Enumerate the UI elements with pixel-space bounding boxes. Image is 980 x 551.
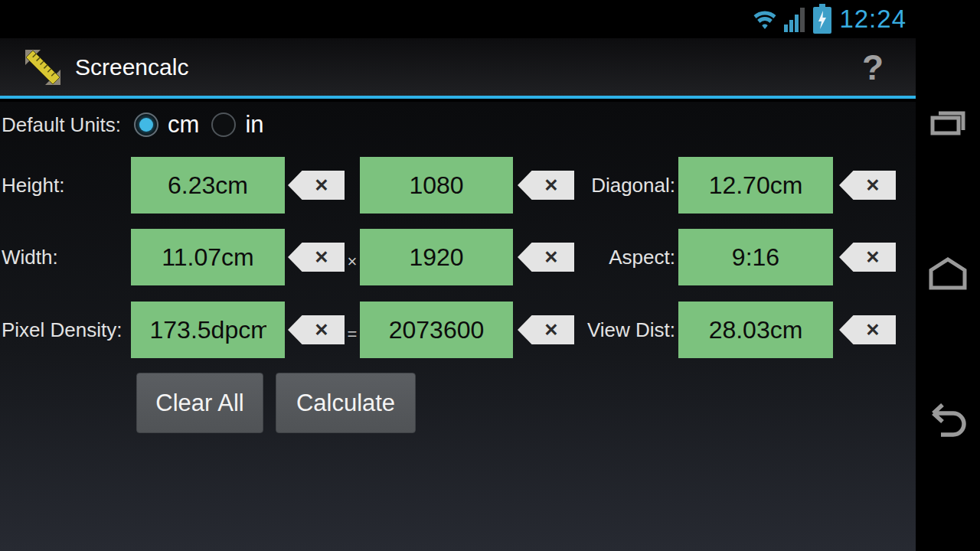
wifi-icon [753, 9, 776, 29]
multiply-operator: × [345, 233, 360, 290]
clear-all-button[interactable]: Clear All [136, 373, 263, 433]
height-row: Height: 6.23cm ✕ 1080 ✕ Diagonal: 12.70c… [0, 157, 916, 214]
nav-back-button[interactable] [916, 388, 980, 457]
clear-width-value-button[interactable]: ✕ [288, 243, 345, 272]
clear-view-distance-button[interactable]: ✕ [839, 315, 896, 344]
pixel-density-label: Pixel Density: [2, 302, 122, 358]
signal-strength-icon [784, 5, 805, 33]
status-icons: 12:24 [753, 0, 906, 38]
backspace-x-icon: ✕ [314, 321, 328, 339]
height-pixels-input[interactable]: 1080 [360, 157, 513, 214]
action-bar: Screencalc ? [0, 38, 916, 99]
aspect-input[interactable]: 9:16 [678, 229, 833, 285]
total-pixels-input[interactable]: 2073600 [360, 302, 513, 358]
radio-cm[interactable] [134, 112, 158, 137]
nav-home-button[interactable] [916, 239, 980, 308]
radio-in[interactable] [211, 112, 236, 137]
nav-recents-button[interactable] [916, 88, 980, 157]
backspace-x-icon: ✕ [314, 177, 328, 194]
home-icon [926, 256, 969, 291]
backspace-x-icon: ✕ [314, 249, 328, 266]
height-label: Height: [2, 157, 64, 214]
battery-charging-icon [813, 4, 831, 34]
calculate-button[interactable]: Calculate [276, 373, 416, 433]
backspace-x-icon: ✕ [865, 249, 880, 266]
backspace-x-icon: ✕ [865, 177, 880, 194]
pixel-density-row: Pixel Density: 173.5dpcm ✕ = 2073600 ✕ V… [0, 302, 916, 358]
clear-pixel-density-button[interactable]: ✕ [288, 315, 345, 344]
height-value-input[interactable]: 6.23cm [131, 157, 285, 214]
clock: 12:24 [839, 5, 906, 34]
aspect-label: Aspect: [528, 229, 675, 285]
radio-in-label: in [245, 111, 263, 139]
screen: 12:24 Screencalc ? Default Units: cm in [0, 0, 980, 551]
default-units-label: Default Units: [2, 113, 121, 137]
page-title: Screencalc [75, 54, 188, 80]
equals-operator: = [345, 306, 360, 363]
recents-icon [926, 106, 969, 139]
width-row: Width: 11.07cm ✕ × 1920 ✕ Aspect: 9:16 ✕ [0, 229, 916, 285]
diagonal-label: Diagonal: [528, 157, 675, 214]
diagonal-input[interactable]: 12.70cm [678, 157, 833, 214]
width-value-input[interactable]: 11.07cm [131, 229, 285, 285]
clear-height-value-button[interactable]: ✕ [288, 171, 345, 200]
help-button[interactable]: ? [842, 38, 903, 96]
default-units-row: Default Units: cm in [2, 106, 264, 144]
view-distance-input[interactable]: 28.03cm [678, 302, 833, 358]
width-label: Width: [2, 229, 58, 285]
backspace-x-icon: ✕ [865, 321, 880, 339]
radio-cm-label: cm [168, 111, 199, 139]
row1-operator [345, 161, 360, 218]
pixel-density-input[interactable]: 173.5dpcm [131, 302, 285, 358]
radio-selected-dot [139, 118, 153, 132]
clear-aspect-button[interactable]: ✕ [839, 243, 896, 272]
back-icon [926, 403, 970, 442]
width-pixels-input[interactable]: 1920 [360, 229, 513, 285]
clear-diagonal-button[interactable]: ✕ [839, 171, 896, 200]
screencalc-app-icon [21, 46, 64, 89]
main-content: Default Units: cm in Height: 6.23cm ✕ 10… [0, 102, 916, 551]
status-bar: 12:24 [0, 0, 980, 38]
navigation-bar [916, 0, 980, 551]
view-dist-label: View Dist: [528, 302, 675, 358]
